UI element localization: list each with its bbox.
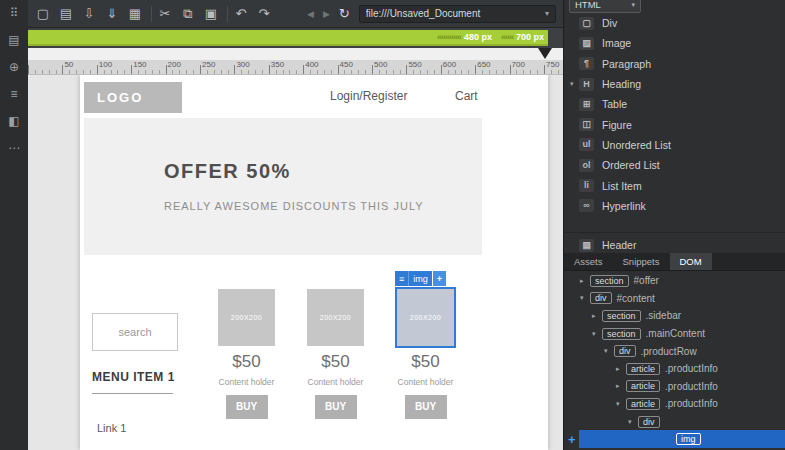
dom-node[interactable]: ▾div.productRow: [564, 342, 785, 360]
left-toolbar: ⠿▤⊕≡◧⋯: [0, 0, 28, 450]
chevron-expanded-icon[interactable]: ▾: [628, 418, 638, 426]
ruler-number: 650: [477, 60, 490, 69]
save-icon[interactable]: ⇩: [81, 6, 97, 21]
chevron-expanded-icon[interactable]: ▾: [580, 294, 590, 302]
insert-item-div[interactable]: ▢Div: [564, 13, 785, 33]
search-input[interactable]: search: [92, 313, 178, 351]
insert-item-label: Header: [602, 239, 636, 251]
refresh-icon[interactable]: ↻: [339, 6, 350, 21]
chevron-collapsed-icon[interactable]: ▸: [616, 365, 626, 373]
dom-node[interactable]: ▸section.sidebar: [564, 307, 785, 325]
forward-icon[interactable]: ▶: [323, 9, 330, 19]
menu-item-label[interactable]: MENU ITEM 1: [92, 370, 175, 384]
insert-item-list-item[interactable]: liList Item: [564, 175, 785, 195]
files-icon[interactable]: ▤: [8, 33, 19, 47]
dom-node[interactable]: ▾section.mainContent: [564, 325, 785, 343]
dom-tag-article: article: [626, 398, 660, 410]
buy-button[interactable]: BUY: [315, 395, 357, 419]
unordered-list-icon: ul: [579, 138, 594, 151]
dom-selector: .mainContent: [646, 328, 705, 339]
element-tag-label: img: [409, 271, 432, 286]
edit-icon-group: ✂⧉▣: [157, 6, 226, 22]
buy-button[interactable]: BUY: [405, 395, 447, 419]
chevron-collapsed-icon[interactable]: ▸: [616, 382, 626, 390]
chevron-expanded-icon[interactable]: ▾: [604, 347, 614, 355]
cut-icon[interactable]: ✂: [157, 6, 173, 21]
more-tools-icon[interactable]: ⋯: [8, 141, 20, 155]
preview-icon[interactable]: ▦: [127, 6, 143, 21]
insert-item-image[interactable]: ▨Image: [564, 33, 785, 53]
product-image-placeholder[interactable]: 200X200: [307, 289, 364, 346]
save-all-icon[interactable]: ⇓: [104, 6, 120, 21]
css-designer-icon[interactable]: ≡: [10, 87, 17, 101]
login-register-link[interactable]: Login/Register: [330, 89, 407, 103]
offer-section[interactable]: OFFER 50% REALLY AWESOME DISCOUNTS THIS …: [84, 118, 482, 255]
ordered-list-icon: ol: [579, 159, 594, 172]
buy-button[interactable]: BUY: [226, 395, 268, 419]
page-logo[interactable]: LOGO: [84, 82, 182, 113]
product-content-holder: Content holder: [218, 377, 275, 387]
address-bar[interactable]: file:///Unsaved_Document ▾: [359, 5, 556, 23]
dom-tag-div: div: [614, 345, 636, 357]
dom-node[interactable]: ▾div: [564, 413, 785, 431]
address-caret-icon[interactable]: ▾: [545, 9, 549, 18]
dom-tag-section: section: [602, 328, 641, 340]
add-element-button[interactable]: +: [568, 432, 576, 447]
insert-item-figure[interactable]: ◫Figure: [564, 114, 785, 134]
product-price: $50: [307, 352, 364, 372]
vmq-480-marker[interactable]: «««««« 480 px: [437, 30, 492, 44]
header-icon: ▤: [579, 239, 594, 252]
ruler-number: 350: [271, 60, 284, 69]
dom-node[interactable]: ▸section#offer: [564, 272, 785, 290]
dom-selector: .sidebar: [646, 310, 682, 321]
sidebar-link-1[interactable]: Link 1: [97, 422, 126, 434]
insert-panel-icon[interactable]: ⊕: [9, 60, 19, 74]
insert-category-label: HTML: [575, 0, 601, 10]
right-panel: HTML ▾ ▢Div▨Image¶Paragraph▾HHeading⊞Tab…: [563, 0, 785, 450]
back-icon[interactable]: ◀: [307, 9, 314, 19]
media-query-bar[interactable]: «««««« 480 px ««« 700 px: [28, 30, 548, 46]
workspace-icon[interactable]: ⠿: [10, 6, 19, 20]
undo-icon[interactable]: ↶: [233, 6, 249, 21]
dom-node[interactable]: ▸article.productInfo: [564, 360, 785, 378]
open-file-icon[interactable]: ▤: [58, 6, 74, 21]
tab-snippets[interactable]: Snippets: [613, 253, 670, 270]
insert-item-paragraph[interactable]: ¶Paragraph: [564, 54, 785, 74]
cart-link[interactable]: Cart: [455, 89, 478, 103]
product-image-placeholder[interactable]: 200X200: [218, 289, 275, 346]
element-menu-icon[interactable]: ≡: [395, 271, 409, 286]
tab-assets[interactable]: Assets: [564, 253, 613, 270]
dom-node[interactable]: ▾div#content: [564, 290, 785, 308]
ruler-number: 450: [340, 60, 353, 69]
chevron-expanded-icon[interactable]: ▾: [592, 330, 602, 338]
redo-icon[interactable]: ↷: [256, 6, 272, 21]
insert-item-label: Image: [602, 37, 631, 49]
figure-icon: ◫: [579, 118, 594, 131]
product-price: $50: [218, 352, 275, 372]
product-image-placeholder[interactable]: 200X200: [397, 289, 454, 346]
tab-dom[interactable]: DOM: [670, 253, 712, 270]
dom-node[interactable]: img: [579, 430, 785, 448]
insert-item-ordered-list[interactable]: olOrdered List: [564, 155, 785, 175]
insert-item-unordered-list[interactable]: ulUnordered List: [564, 135, 785, 155]
vmq-700-marker[interactable]: ««« 700 px: [501, 30, 544, 44]
insert-item-label: Unordered List: [602, 139, 671, 151]
extract-icon[interactable]: ◧: [8, 114, 19, 128]
insert-item-hyperlink[interactable]: ∞Hyperlink: [564, 196, 785, 216]
paste-icon[interactable]: ▣: [203, 6, 219, 21]
viewport-resize-handle[interactable]: [538, 48, 552, 59]
insert-category-dropdown[interactable]: HTML ▾: [569, 0, 641, 13]
dom-tag-article: article: [626, 363, 660, 375]
chevron-expanded-icon[interactable]: ▾: [616, 400, 626, 408]
insert-item-table[interactable]: ⊞Table: [564, 94, 785, 114]
dom-node[interactable]: ▾article.productInfo: [564, 395, 785, 413]
element-add-icon[interactable]: +: [433, 271, 446, 286]
ruler-number: 700: [512, 60, 525, 69]
insert-item-heading[interactable]: ▾HHeading: [564, 74, 785, 94]
chevron-collapsed-icon[interactable]: ▸: [592, 312, 602, 320]
new-file-icon[interactable]: ▢: [35, 6, 51, 21]
scrubber-strip: [28, 48, 563, 60]
dom-node[interactable]: ▸article.productInfo: [564, 378, 785, 396]
chevron-collapsed-icon[interactable]: ▸: [580, 277, 590, 285]
copy-icon[interactable]: ⧉: [180, 6, 196, 22]
